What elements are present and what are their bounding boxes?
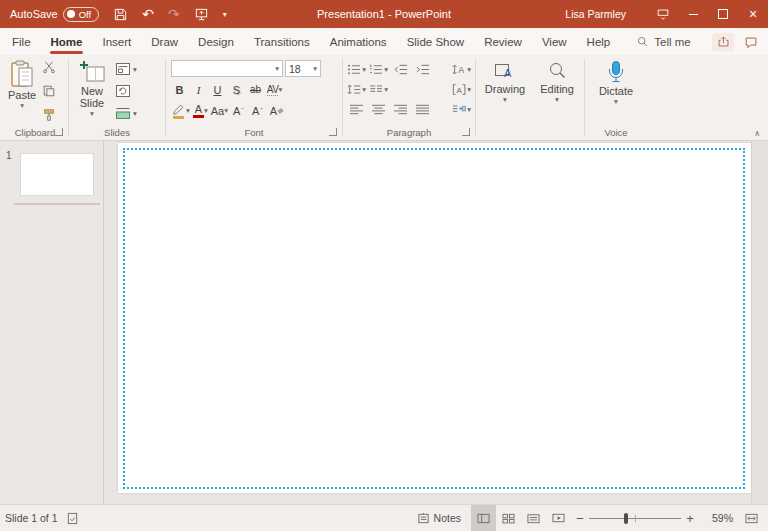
tab-insert[interactable]: Insert (92, 28, 141, 55)
normal-view-icon (476, 512, 491, 525)
align-left-button[interactable] (347, 101, 366, 117)
zoom-slider-thumb[interactable] (624, 513, 628, 524)
font-name-combobox[interactable]: ▾ (171, 60, 283, 77)
underline-button[interactable]: U (209, 81, 226, 98)
save-icon[interactable] (113, 7, 128, 22)
new-slide-dropdown-icon[interactable]: ▾ (90, 110, 94, 117)
group-drawing: Drawing ▾ (478, 55, 532, 140)
paragraph-dialog-launcher[interactable] (462, 128, 470, 136)
slide-counter[interactable]: Slide 1 of 1 (5, 512, 58, 524)
notes-icon (417, 512, 430, 525)
format-painter-icon[interactable] (42, 108, 56, 122)
zoom-in-button[interactable]: + (681, 505, 699, 531)
align-center-button[interactable] (369, 101, 388, 117)
change-case-button[interactable]: Aa▾ (211, 102, 228, 119)
font-size-dropdown-icon[interactable]: ▾ (313, 65, 317, 72)
section-button[interactable]: ▾ (115, 104, 137, 122)
decrease-indent-button[interactable] (391, 61, 410, 77)
paste-button[interactable]: Paste ▾ (4, 58, 40, 111)
tab-file[interactable]: File (2, 28, 41, 55)
font-size-combobox[interactable]: 18▾ (285, 60, 321, 77)
normal-view-button[interactable] (471, 505, 496, 531)
grow-font-button[interactable]: Aˆ (230, 102, 247, 119)
content-placeholder[interactable] (123, 148, 745, 489)
numbering-button[interactable]: ▾ (369, 61, 388, 77)
tab-transitions[interactable]: Transitions (244, 28, 320, 55)
accessibility-icon[interactable] (66, 512, 79, 525)
text-direction-button[interactable]: ▾ (452, 61, 471, 77)
bold-button[interactable]: B (171, 81, 188, 98)
zoom-out-button[interactable]: − (571, 505, 589, 531)
minimize-button[interactable] (678, 0, 708, 28)
bullets-button[interactable]: ▾ (347, 61, 366, 77)
cut-icon[interactable] (42, 60, 56, 74)
tab-design[interactable]: Design (188, 28, 244, 55)
slide-thumbnail-panel[interactable]: 1 (0, 141, 104, 505)
font-dialog-launcher[interactable] (329, 128, 337, 136)
slide-canvas[interactable] (118, 143, 751, 493)
convert-smartart-button[interactable]: ▾ (452, 101, 471, 117)
search-icon (636, 35, 649, 48)
font-name-dropdown-icon[interactable]: ▾ (275, 65, 279, 72)
slide-sorter-view-button[interactable] (496, 505, 521, 531)
clear-formatting-button[interactable]: A (268, 102, 285, 119)
collapse-ribbon-icon[interactable]: ∧ (754, 129, 760, 138)
editing-button[interactable]: Editing ▾ (536, 58, 578, 105)
slide-show-view-button[interactable] (546, 505, 571, 531)
tab-review[interactable]: Review (474, 28, 532, 55)
columns-button[interactable]: ▾ (369, 81, 388, 97)
reading-view-button[interactable] (521, 505, 546, 531)
reset-button[interactable] (115, 82, 137, 100)
layout-button[interactable]: ▾ (115, 60, 137, 78)
align-left-icon (349, 103, 364, 116)
share-button[interactable] (712, 33, 734, 51)
dictate-button[interactable]: Dictate ▾ (595, 58, 637, 107)
copy-icon[interactable] (42, 84, 56, 98)
line-spacing-icon (347, 83, 361, 96)
autosave-toggle[interactable]: AutoSave Off (10, 7, 99, 22)
character-spacing-button[interactable]: AV▾ (266, 81, 283, 98)
maximize-button[interactable] (708, 0, 738, 28)
drawing-button[interactable]: Drawing ▾ (481, 58, 529, 105)
columns-icon (369, 83, 383, 96)
tab-slide-show[interactable]: Slide Show (397, 28, 475, 55)
notes-button[interactable]: Notes (407, 512, 471, 525)
align-right-button[interactable] (391, 101, 410, 117)
font-color-button[interactable]: A▾ (192, 102, 209, 119)
group-separator (68, 59, 69, 136)
tab-home[interactable]: Home (41, 28, 93, 55)
dictate-label: Dictate (599, 85, 633, 97)
user-name[interactable]: Lisa Parmley (565, 8, 626, 20)
highlight-color-button[interactable]: ▾ (171, 102, 190, 119)
comments-icon[interactable] (744, 35, 758, 49)
reading-view-icon (526, 512, 541, 525)
shrink-font-button[interactable]: Aˇ (249, 102, 266, 119)
tab-animations[interactable]: Animations (320, 28, 397, 55)
fit-to-window-button[interactable] (739, 505, 764, 531)
paste-dropdown-icon[interactable]: ▾ (20, 102, 24, 109)
close-button[interactable]: × (738, 0, 768, 28)
tab-draw[interactable]: Draw (141, 28, 188, 55)
strikethrough-button[interactable]: ab (247, 81, 264, 98)
undo-icon[interactable]: ↶ (142, 6, 154, 22)
ribbon-display-options-button[interactable] (648, 0, 678, 28)
justify-button[interactable] (413, 101, 432, 117)
slide-thumbnail[interactable] (21, 154, 93, 195)
start-slideshow-icon[interactable] (194, 7, 209, 22)
clipboard-dialog-launcher[interactable] (55, 128, 63, 136)
zoom-slider[interactable] (589, 505, 681, 531)
vertical-scrollbar[interactable] (751, 141, 768, 505)
new-slide-button[interactable]: New Slide ▾ (71, 58, 113, 119)
title-bar: AutoSave Off ↶ ↷ ▾ Presentation1 - Power… (0, 0, 768, 28)
increase-indent-button[interactable] (413, 61, 432, 77)
tab-help[interactable]: Help (577, 28, 621, 55)
tab-view[interactable]: View (532, 28, 577, 55)
text-direction-icon (452, 63, 466, 76)
align-text-button[interactable]: ▾ (452, 81, 471, 97)
line-spacing-button[interactable]: ▾ (347, 81, 366, 97)
text-shadow-button[interactable]: S (228, 81, 245, 98)
quick-access-dropdown-icon[interactable]: ▾ (223, 10, 227, 19)
italic-button[interactable]: I (190, 81, 207, 98)
tell-me-box[interactable]: Tell me (636, 35, 690, 48)
zoom-level[interactable]: 59% (699, 512, 739, 524)
